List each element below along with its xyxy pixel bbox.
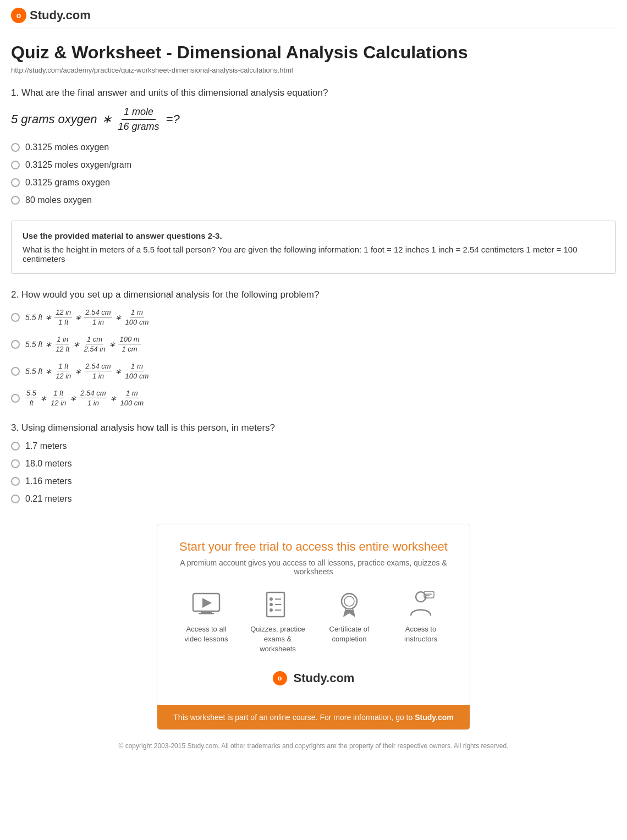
answer-item[interactable]: 0.3125 moles oxygen/gram <box>11 160 616 170</box>
question-3: 3. Using dimensional analysis how tall i… <box>11 422 616 504</box>
radio-button[interactable] <box>11 495 20 503</box>
cta-feature-video-label: Access to all video lessons <box>179 624 234 644</box>
question-1-answers: 0.3125 moles oxygen 0.3125 moles oxygen/… <box>11 142 616 205</box>
radio-button[interactable] <box>11 340 20 349</box>
answer-text: 18.0 meters <box>25 459 72 469</box>
cta-features: Access to all video lessons Quizzes, pra <box>174 589 453 655</box>
answer-text: 1.7 meters <box>25 441 67 451</box>
question-1-text: 1. What are the final answer and units o… <box>11 87 616 98</box>
cta-logo-row: o Study.com <box>174 666 453 694</box>
cta-feature-instructors: Access to instructors <box>393 589 448 655</box>
cta-logo-letter: o <box>278 674 282 682</box>
svg-point-7 <box>270 603 273 606</box>
answer-item[interactable]: 1.7 meters <box>11 441 616 451</box>
answer-item[interactable]: 0.3125 grams oxygen <box>11 178 616 188</box>
math-answer-d: 5.5 ft ∗ 1 ft 12 in ∗ 2.54 cm 1 in ∗ 1 m… <box>25 389 145 407</box>
cta-subtitle: A premium account gives you access to al… <box>174 558 453 576</box>
answer-item[interactable]: 0.3125 moles oxygen <box>11 142 616 152</box>
cta-title: Start your free trial to access this ent… <box>174 540 453 554</box>
math-denominator: 16 grams <box>116 120 162 133</box>
radio-button[interactable] <box>11 477 20 486</box>
answer-text: 0.21 meters <box>25 494 72 504</box>
material-body: What is the height in meters of a 5.5 fo… <box>23 245 604 263</box>
svg-rect-2 <box>199 613 214 614</box>
question-1-math: 5 grams oxygen ∗ 1 mole 16 grams =? <box>11 106 616 133</box>
answer-text: 0.3125 grams oxygen <box>25 178 110 188</box>
radio-button[interactable] <box>11 143 20 152</box>
cta-feature-quizzes-label: Quizzes, practice exams & worksheets <box>250 624 305 655</box>
answer-item[interactable]: 5.5 ft ∗ 12 in 1 ft ∗ 2.54 cm 1 in ∗ 1 m… <box>11 308 616 326</box>
answer-text: 80 moles oxygen <box>25 195 92 205</box>
cta-feature-video: Access to all video lessons <box>179 589 234 655</box>
material-title: Use the provided material to answer ques… <box>23 231 604 240</box>
list-icon <box>262 589 293 620</box>
cta-feature-certificate-label: Certificate of completion <box>322 624 377 644</box>
header: o Study.com <box>11 0 616 29</box>
question-3-answers: 1.7 meters 18.0 meters 1.16 meters 0.21 … <box>11 441 616 504</box>
question-2: 2. How would you set up a dimensional an… <box>11 289 616 407</box>
material-box: Use the provided material to answer ques… <box>11 221 616 274</box>
logo-letter: o <box>16 11 21 20</box>
radio-button[interactable] <box>11 196 20 205</box>
math-answer-b: 5.5 ft ∗ 1 in 12 ft ∗ 1 cm 2.54 in ∗ 100… <box>25 335 141 353</box>
svg-point-11 <box>342 594 357 609</box>
cta-box: Start your free trial to access this ent… <box>157 524 470 730</box>
math-fraction: 1 mole 16 grams <box>116 106 162 133</box>
math-operator: ∗ <box>102 112 112 127</box>
math-answer-a: 5.5 ft ∗ 12 in 1 ft ∗ 2.54 cm 1 in ∗ 1 m… <box>25 308 150 326</box>
answer-text: 0.3125 moles oxygen <box>25 142 109 152</box>
copyright-text: © copyright 2003-2015 Study.com. All oth… <box>119 742 509 750</box>
answer-item[interactable]: 0.21 meters <box>11 494 616 504</box>
answer-item[interactable]: 80 moles oxygen <box>11 195 616 205</box>
answer-item[interactable]: 5.5 ft ∗ 1 ft 12 in ∗ 2.54 cm 1 in ∗ 1 m… <box>11 362 616 380</box>
logo-icon: o <box>11 8 26 23</box>
cta-feature-certificate: Certificate of completion <box>322 589 377 655</box>
cta-feature-quizzes: Quizzes, practice exams & worksheets <box>250 589 305 655</box>
question-2-text: 2. How would you set up a dimensional an… <box>11 289 616 300</box>
person-icon <box>405 589 436 620</box>
cta-feature-instructors-label: Access to instructors <box>393 624 448 644</box>
answer-item[interactable]: 1.16 meters <box>11 476 616 486</box>
radio-button[interactable] <box>11 367 20 376</box>
question-3-text: 3. Using dimensional analysis how tall i… <box>11 422 616 433</box>
radio-button[interactable] <box>11 161 20 169</box>
math-answer-c: 5.5 ft ∗ 1 ft 12 in ∗ 2.54 cm 1 in ∗ 1 m… <box>25 362 150 380</box>
cta-footer-link[interactable]: Study.com <box>415 713 454 722</box>
answer-item[interactable]: 5.5 ft ∗ 1 ft 12 in ∗ 2.54 cm 1 in ∗ 1 m… <box>11 389 616 407</box>
math-prefix: 5 grams oxygen <box>11 112 97 127</box>
radio-button[interactable] <box>11 313 20 322</box>
math-suffix: =? <box>166 112 180 127</box>
math-numerator: 1 mole <box>122 106 156 120</box>
cta-content: Start your free trial to access this ent… <box>157 524 470 705</box>
answer-item[interactable]: 18.0 meters <box>11 459 616 469</box>
certificate-icon <box>334 589 365 620</box>
page-url: http://study.com/academy/practice/quiz-w… <box>11 66 616 74</box>
question-1: 1. What are the final answer and units o… <box>11 87 616 205</box>
monitor-icon <box>191 589 222 620</box>
answer-text: 0.3125 moles oxygen/gram <box>25 160 131 170</box>
page-title: Quiz & Worksheet - Dimensional Analysis … <box>11 42 616 63</box>
cta-logo-text: Study.com <box>294 671 355 685</box>
logo-text: Study.com <box>30 8 91 23</box>
svg-point-5 <box>270 597 273 601</box>
radio-button[interactable] <box>11 442 20 451</box>
radio-button[interactable] <box>11 459 20 468</box>
radio-button[interactable] <box>11 394 20 403</box>
svg-point-9 <box>270 608 273 612</box>
cta-footer-text: This worksheet is part of an online cour… <box>173 713 415 722</box>
cta-logo-icon: o <box>273 671 287 685</box>
svg-rect-1 <box>201 611 212 613</box>
answer-item[interactable]: 5.5 ft ∗ 1 in 12 ft ∗ 1 cm 2.54 in ∗ 100… <box>11 335 616 353</box>
copyright: © copyright 2003-2015 Study.com. All oth… <box>11 741 616 751</box>
cta-footer: This worksheet is part of an online cour… <box>157 705 470 729</box>
answer-text: 1.16 meters <box>25 476 72 486</box>
svg-marker-3 <box>202 598 212 608</box>
svg-point-12 <box>344 596 354 606</box>
radio-button[interactable] <box>11 178 20 187</box>
